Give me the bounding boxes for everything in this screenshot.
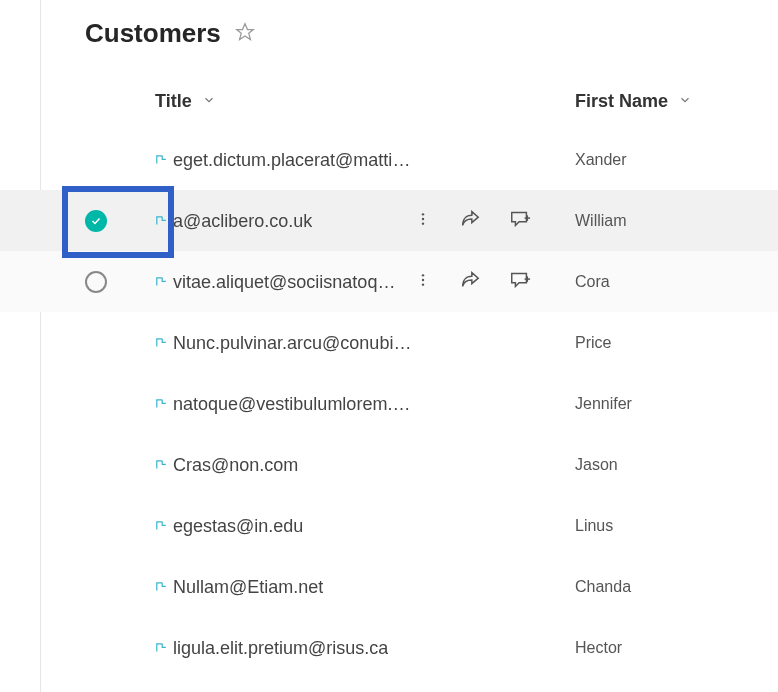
more-actions-icon[interactable] — [415, 209, 431, 233]
select-circle-icon[interactable] — [85, 271, 107, 293]
row-title-cell[interactable]: a@aclibero.co.uk — [155, 211, 415, 232]
row-title-cell[interactable]: egestas@in.edu — [155, 516, 415, 537]
column-header-firstname-label: First Name — [575, 91, 668, 112]
row-firstname-cell: Linus — [575, 517, 613, 535]
row-title-cell[interactable]: vitae.aliquet@sociisnatoq… — [155, 272, 415, 293]
comment-icon[interactable] — [509, 269, 531, 295]
chevron-down-icon — [202, 91, 216, 112]
row-title-text: natoque@vestibulumlorem.edu — [173, 394, 415, 415]
row-firstname-cell: Xander — [575, 151, 627, 169]
svg-marker-0 — [236, 24, 253, 40]
list-item-new-icon — [155, 455, 167, 476]
table-header-row: Title First Name — [0, 73, 778, 129]
row-title-text: Nullam@Etiam.net — [173, 577, 323, 598]
table-row[interactable]: eget.dictum.placerat@mattis.caXander — [0, 129, 778, 190]
table-row[interactable]: a@aclibero.co.ukWilliam — [0, 190, 778, 251]
row-actions-cell — [415, 208, 575, 234]
row-firstname-cell: Cora — [575, 273, 610, 291]
page-title: Customers — [85, 18, 221, 49]
row-title-cell[interactable]: Nunc.pulvinar.arcu@conubianostraper.edu — [155, 333, 415, 354]
svg-point-1 — [422, 213, 424, 215]
row-title-text: a@aclibero.co.uk — [173, 211, 312, 232]
checkmark-circle-icon[interactable] — [85, 210, 107, 232]
row-title-text: vitae.aliquet@sociisnatoq… — [173, 272, 395, 293]
row-actions-cell — [415, 269, 575, 295]
column-header-firstname[interactable]: First Name — [575, 91, 692, 112]
list-item-new-icon — [155, 272, 167, 293]
svg-point-8 — [422, 283, 424, 285]
row-title-text: Cras@non.com — [173, 455, 298, 476]
list-item-new-icon — [155, 638, 167, 659]
share-icon[interactable] — [459, 208, 481, 234]
favorite-star-icon[interactable] — [235, 22, 255, 45]
row-title-text: eget.dictum.placerat@mattis.ca — [173, 150, 415, 171]
row-title-cell[interactable]: Nullam@Etiam.net — [155, 577, 415, 598]
share-icon[interactable] — [459, 269, 481, 295]
row-select-cell[interactable] — [85, 210, 155, 232]
row-firstname-cell: Price — [575, 334, 611, 352]
table-row[interactable]: ligula.elit.pretium@risus.caHector — [0, 617, 778, 678]
row-firstname-cell: Hector — [575, 639, 622, 657]
chevron-down-icon — [678, 91, 692, 112]
row-firstname-cell: Jennifer — [575, 395, 632, 413]
column-header-title-label: Title — [155, 91, 192, 112]
list-item-new-icon — [155, 211, 167, 232]
row-firstname-cell: Jason — [575, 456, 618, 474]
comment-icon[interactable] — [509, 208, 531, 234]
column-header-title[interactable]: Title — [155, 91, 575, 112]
svg-point-2 — [422, 218, 424, 220]
svg-point-7 — [422, 279, 424, 281]
row-title-cell[interactable]: eget.dictum.placerat@mattis.ca — [155, 150, 415, 171]
svg-point-6 — [422, 274, 424, 276]
table-row[interactable]: vitae.aliquet@sociisnatoq…Cora — [0, 251, 778, 312]
row-firstname-cell: Chanda — [575, 578, 631, 596]
row-title-text: ligula.elit.pretium@risus.ca — [173, 638, 388, 659]
row-firstname-cell: William — [575, 212, 627, 230]
list-item-new-icon — [155, 150, 167, 171]
list-item-new-icon — [155, 516, 167, 537]
table-row[interactable]: Nullam@Etiam.netChanda — [0, 556, 778, 617]
row-title-text: Nunc.pulvinar.arcu@conubianostraper.edu — [173, 333, 415, 354]
row-title-cell[interactable]: natoque@vestibulumlorem.edu — [155, 394, 415, 415]
row-title-cell[interactable]: Cras@non.com — [155, 455, 415, 476]
table-row[interactable]: natoque@vestibulumlorem.eduJennifer — [0, 373, 778, 434]
row-select-cell[interactable] — [85, 271, 155, 293]
row-title-text: egestas@in.edu — [173, 516, 303, 537]
table-row[interactable]: Nunc.pulvinar.arcu@conubianostraper.eduP… — [0, 312, 778, 373]
svg-point-3 — [422, 222, 424, 224]
more-actions-icon[interactable] — [415, 270, 431, 294]
list-item-new-icon — [155, 577, 167, 598]
list-item-new-icon — [155, 394, 167, 415]
table-row[interactable]: egestas@in.eduLinus — [0, 495, 778, 556]
list-item-new-icon — [155, 333, 167, 354]
row-title-cell[interactable]: ligula.elit.pretium@risus.ca — [155, 638, 415, 659]
table-row[interactable]: Cras@non.comJason — [0, 434, 778, 495]
